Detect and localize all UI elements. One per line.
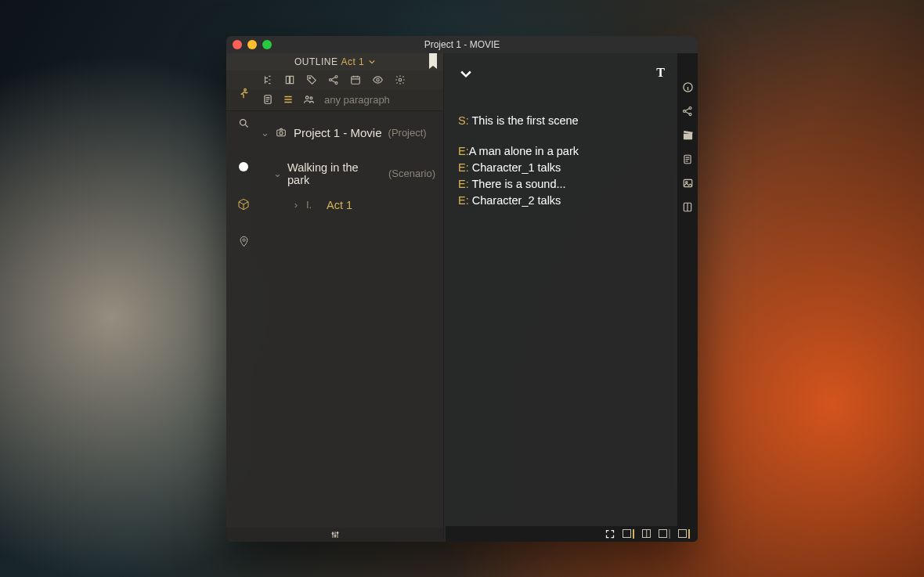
svg-point-14 bbox=[280, 132, 283, 135]
svg-rect-23 bbox=[684, 179, 692, 186]
svg-point-9 bbox=[399, 78, 402, 81]
editor-panel: T S: This is the first scene E:A man alo… bbox=[444, 53, 698, 542]
svg-point-17 bbox=[337, 532, 338, 533]
running-man-icon[interactable] bbox=[237, 88, 250, 100]
outline-header: OUTLINE Act 1 bbox=[226, 53, 443, 70]
outline-footer bbox=[226, 528, 443, 542]
list-icon[interactable] bbox=[283, 94, 294, 105]
layout-toggle-3[interactable] bbox=[659, 529, 670, 539]
camera-icon bbox=[275, 127, 287, 138]
app-window: Project 1 - MOVIE OUTLINE bbox=[226, 36, 698, 542]
svg-point-0 bbox=[244, 88, 247, 91]
act-numeral: I. bbox=[306, 199, 320, 211]
share-icon[interactable] bbox=[328, 74, 339, 85]
chevron-right-icon: › bbox=[292, 199, 300, 211]
bookmark-icon[interactable] bbox=[428, 53, 439, 70]
right-tool-strip bbox=[677, 53, 698, 542]
svg-rect-7 bbox=[352, 76, 360, 83]
image-icon[interactable] bbox=[682, 178, 694, 189]
clapboard-icon[interactable] bbox=[682, 129, 694, 141]
editor-area[interactable]: T S: This is the first scene E:A man alo… bbox=[444, 53, 677, 542]
fullscreen-icon[interactable] bbox=[605, 529, 615, 539]
chevron-down-icon: ⌄ bbox=[261, 127, 269, 139]
chevron-down-icon bbox=[369, 59, 375, 65]
project-name: Project 1 - Movie bbox=[294, 126, 382, 139]
outline-header-label: OUTLINE bbox=[294, 56, 338, 67]
tree-scenario-row[interactable]: ⌄ Walking in the park (Scenario) bbox=[261, 157, 435, 190]
tag-icon[interactable] bbox=[306, 74, 317, 85]
svg-point-11 bbox=[305, 96, 309, 99]
titlebar: Project 1 - MOVIE bbox=[226, 36, 698, 53]
svg-point-12 bbox=[310, 97, 312, 99]
svg-point-8 bbox=[377, 78, 380, 81]
people-icon[interactable] bbox=[303, 94, 315, 105]
project-kind: (Project) bbox=[388, 127, 427, 139]
tree-project-row[interactable]: ⌄ Project 1 - Movie (Project) bbox=[261, 122, 435, 143]
layout-toggle-4[interactable] bbox=[678, 529, 690, 539]
editor-line: E: Character_2 talks bbox=[458, 193, 665, 209]
svg-point-16 bbox=[334, 535, 336, 536]
svg-point-15 bbox=[332, 532, 334, 534]
editor-line: E:A man alone in a park bbox=[458, 143, 665, 160]
document-icon[interactable] bbox=[682, 153, 693, 165]
editor-line: E: Character_1 talks bbox=[458, 160, 665, 176]
outline-header-selection[interactable]: Act 1 bbox=[341, 56, 375, 67]
svg-point-3 bbox=[309, 77, 311, 78]
act-name: Act 1 bbox=[327, 199, 352, 211]
column-icon[interactable] bbox=[682, 201, 693, 213]
eye-icon[interactable] bbox=[372, 74, 384, 85]
layout-toggle-1[interactable] bbox=[623, 529, 634, 539]
book-icon[interactable] bbox=[284, 74, 295, 85]
page-icon[interactable] bbox=[262, 94, 273, 105]
layout-toggle-2[interactable] bbox=[642, 529, 651, 538]
sliders-icon[interactable] bbox=[330, 530, 341, 539]
editor-line: E: There is a sound... bbox=[458, 176, 665, 193]
svg-rect-13 bbox=[277, 130, 286, 136]
gear-icon[interactable] bbox=[395, 74, 406, 85]
info-icon[interactable] bbox=[682, 81, 694, 93]
chevron-down-icon: ⌄ bbox=[273, 168, 281, 179]
window-title: Project 1 - MOVIE bbox=[226, 39, 698, 50]
collapse-icon[interactable] bbox=[458, 66, 474, 81]
editor-line: S: This is the first scene bbox=[458, 113, 665, 129]
outline-filter-row: any paragraph bbox=[226, 89, 443, 111]
scenario-kind: (Scenario) bbox=[388, 168, 435, 179]
calendar-icon[interactable] bbox=[350, 74, 361, 85]
tree-icon[interactable] bbox=[262, 74, 273, 85]
share-icon[interactable] bbox=[682, 106, 693, 117]
filter-placeholder[interactable]: any paragraph bbox=[324, 94, 390, 106]
outline-toolbar bbox=[226, 70, 443, 89]
scenario-name: Walking in the park bbox=[287, 161, 382, 186]
tree-act-row[interactable]: › I. Act 1 bbox=[261, 195, 435, 215]
text-tool-icon[interactable]: T bbox=[656, 66, 665, 80]
outline-panel: OUTLINE Act 1 bbox=[226, 53, 444, 542]
outline-tree: ⌄ Project 1 - Movie (Project) ⌄ Walking … bbox=[226, 111, 443, 528]
status-bar bbox=[446, 526, 698, 542]
